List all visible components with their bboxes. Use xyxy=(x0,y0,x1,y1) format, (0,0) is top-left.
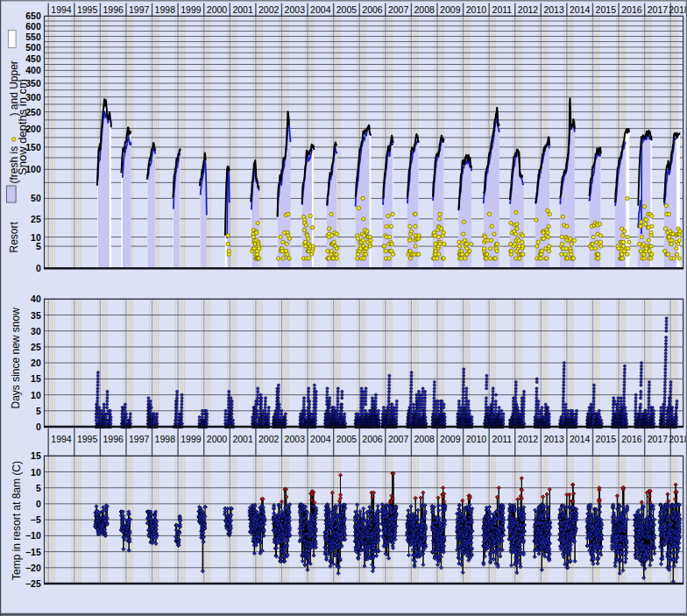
days-dot xyxy=(284,413,287,415)
fresh-snow-dot xyxy=(492,232,496,236)
fresh-snow-dot xyxy=(539,257,542,260)
days-dot xyxy=(494,393,497,396)
days-dot xyxy=(364,409,366,412)
fresh-snow-dot xyxy=(591,242,594,245)
year-label: 2007 xyxy=(388,4,409,15)
y-tick-label: 550 xyxy=(25,32,41,42)
days-dot xyxy=(514,400,517,402)
days-dot xyxy=(548,416,550,419)
y-tick-label: −10 xyxy=(25,530,41,541)
days-dot xyxy=(388,387,391,390)
days-dot xyxy=(175,413,178,415)
y-tick-label: 20 xyxy=(31,358,41,368)
fresh-snow-dot xyxy=(307,237,310,240)
days-dot xyxy=(462,397,464,400)
days-dot xyxy=(201,416,203,419)
days-dot xyxy=(106,400,109,402)
days-dot xyxy=(280,409,283,412)
fresh-snow-dot xyxy=(332,240,336,244)
days-dot xyxy=(634,409,637,412)
fresh-snow-dot xyxy=(489,257,492,260)
fresh-snow-dot xyxy=(626,252,629,256)
days-dot xyxy=(155,419,158,421)
days-dot xyxy=(395,403,398,406)
days-dot xyxy=(365,397,367,400)
fresh-snow-dot xyxy=(408,257,412,260)
fresh-snow-dot xyxy=(356,257,359,260)
fresh-snow-dot xyxy=(560,235,563,238)
days-dot xyxy=(498,407,500,409)
fresh-snow-dot xyxy=(626,196,629,200)
days-dot xyxy=(284,419,287,421)
fresh-snow-dot xyxy=(438,212,442,216)
days-dot xyxy=(315,413,317,415)
days-dot xyxy=(205,422,208,425)
days-dot xyxy=(336,390,339,393)
days-dot xyxy=(639,409,641,412)
days-dot xyxy=(592,393,595,396)
fresh-snow-dot xyxy=(287,237,291,240)
year-label: 1998 xyxy=(155,4,176,15)
temp-warm-dot xyxy=(338,473,342,477)
days-dot xyxy=(500,409,503,412)
days-dot xyxy=(326,393,329,396)
days-dot xyxy=(494,400,497,402)
days-dot xyxy=(230,416,233,419)
days-dot xyxy=(462,403,464,406)
days-dot xyxy=(424,416,427,419)
temp-dot xyxy=(522,506,526,509)
days-dot xyxy=(664,349,667,351)
y-tick-label: 500 xyxy=(25,42,41,53)
days-dot xyxy=(175,409,178,412)
days-dot xyxy=(267,407,270,409)
year-label: 2005 xyxy=(336,434,358,444)
days-dot xyxy=(675,409,677,412)
days-dot xyxy=(640,393,642,396)
days-dot xyxy=(485,400,487,402)
temp-dot xyxy=(371,570,374,573)
days-dot xyxy=(103,407,105,409)
days-dot xyxy=(612,407,614,409)
days-dot xyxy=(634,393,637,396)
days-dot xyxy=(522,409,525,412)
days-dot xyxy=(567,413,570,415)
fresh-snow-dot xyxy=(489,247,492,251)
days-dot xyxy=(617,403,620,406)
fresh-snow-dot xyxy=(384,250,387,253)
days-dot xyxy=(433,380,436,383)
fresh-snow-dot xyxy=(597,252,600,256)
days-dot xyxy=(622,403,625,406)
fresh-snow-dot xyxy=(279,235,282,238)
days-dot xyxy=(523,422,526,425)
days-dot xyxy=(502,419,505,421)
days-dot xyxy=(623,365,626,367)
y-tick-label: 15 xyxy=(31,450,41,461)
days-dot xyxy=(644,409,647,412)
days-dot xyxy=(613,397,615,400)
days-dot xyxy=(663,397,666,400)
fresh-snow-dot xyxy=(361,238,365,242)
days-dot xyxy=(665,327,668,329)
days-dot xyxy=(664,374,667,377)
days-dot xyxy=(626,422,628,425)
days-dot xyxy=(462,384,464,386)
fresh-snow-dot xyxy=(548,244,551,248)
temp-dot xyxy=(306,568,309,571)
days-dot xyxy=(675,419,677,421)
y-tick-label: 5 xyxy=(36,483,41,493)
fresh-snow-dot xyxy=(442,230,445,234)
fresh-snow-dot xyxy=(649,244,653,248)
fresh-snow-dot xyxy=(650,252,654,256)
fresh-snow-dot xyxy=(547,250,550,253)
days-dot xyxy=(502,422,505,425)
days-dot xyxy=(377,416,379,419)
fresh-snow-dot xyxy=(357,237,360,240)
fresh-snow-dot xyxy=(598,223,602,226)
fresh-snow-dot xyxy=(670,238,674,242)
days-dot xyxy=(664,345,667,348)
days-dot xyxy=(648,400,650,402)
days-dot xyxy=(365,400,367,402)
year-label: 2017 xyxy=(648,4,669,15)
year-label: 2005 xyxy=(336,4,358,15)
days-dot xyxy=(465,393,468,396)
